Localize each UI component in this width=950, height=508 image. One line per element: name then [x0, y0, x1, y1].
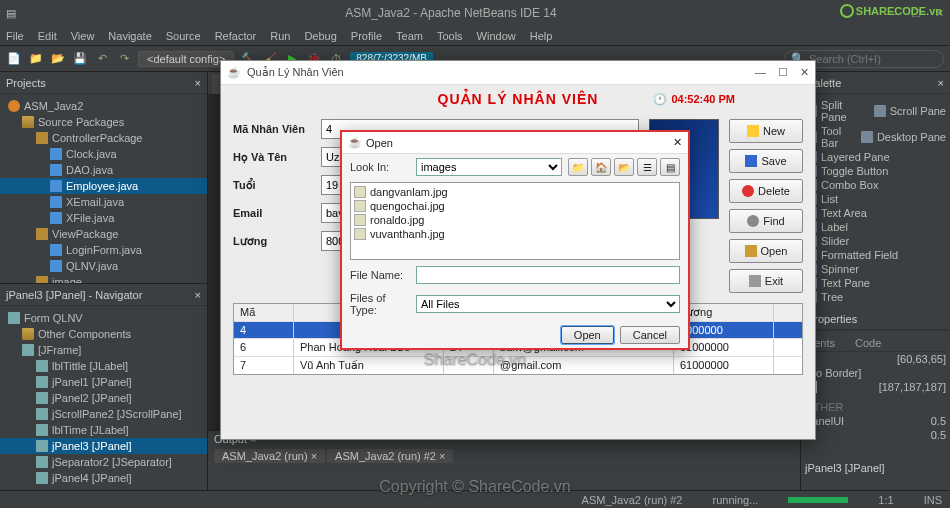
new-project-icon[interactable]: 📁 — [28, 51, 44, 67]
file-chooser: ☕Open ✕ Look In: images 📁 🏠 📂 ☰ ▤ dangva… — [340, 130, 690, 350]
palette-item[interactable]: Tool BarDesktop Pane — [805, 124, 946, 150]
properties-header: Properties — [801, 308, 950, 330]
palette-item[interactable]: Tree — [805, 290, 946, 304]
menu-edit[interactable]: Edit — [38, 30, 57, 42]
menu-refactor[interactable]: Refactor — [215, 30, 257, 42]
jframe-min-icon[interactable]: — — [755, 66, 766, 79]
open-icon[interactable]: 📂 — [50, 51, 66, 67]
lookin-select[interactable]: images — [416, 158, 562, 176]
save-button[interactable]: Save — [729, 149, 803, 173]
java-icon: ☕ — [348, 136, 362, 149]
output-tab-1[interactable]: ASM_Java2 (run) × — [214, 449, 325, 463]
nav-node[interactable]: [JFrame] — [0, 342, 207, 358]
tree-node[interactable]: LoginForm.java — [0, 242, 207, 258]
menu-source[interactable]: Source — [166, 30, 201, 42]
menu-window[interactable]: Window — [477, 30, 516, 42]
palette-item[interactable]: Label — [805, 220, 946, 234]
nav-node[interactable]: jSeparator2 [JSeparator] — [0, 454, 207, 470]
menu-tools[interactable]: Tools — [437, 30, 463, 42]
nav-node[interactable]: jScrollPane2 [JScrollPane] — [0, 406, 207, 422]
menu-help[interactable]: Help — [530, 30, 553, 42]
tree-node[interactable]: ControllerPackage — [0, 130, 207, 146]
tree-node[interactable]: XFile.java — [0, 210, 207, 226]
menu-debug[interactable]: Debug — [304, 30, 336, 42]
up-folder-icon[interactable]: 📁 — [568, 158, 588, 176]
tree-node[interactable]: QLNV.java — [0, 258, 207, 274]
palette-item[interactable]: Layered Pane — [805, 150, 946, 164]
property-row[interactable]: [60,63,65] — [805, 352, 946, 366]
new-button[interactable]: New — [729, 119, 803, 143]
palette-item[interactable]: Combo Box — [805, 178, 946, 192]
nav-node[interactable]: jPanel3 [JPanel] — [0, 438, 207, 454]
navigator-tree[interactable]: Form QLNVOther Components[JFrame]lblTitt… — [0, 306, 207, 490]
output-tab-2[interactable]: ASM_Java2 (run) #2 × — [327, 449, 453, 463]
filename-input[interactable] — [416, 266, 680, 284]
props-tab-code[interactable]: Code — [855, 337, 881, 349]
filetype-select[interactable]: All Files — [416, 295, 680, 313]
file-list[interactable]: dangvanlam.jpgquengochai.jpgronaldo.jpgv… — [350, 182, 680, 260]
detail-view-icon[interactable]: ▤ — [660, 158, 680, 176]
palette-item[interactable]: Split PaneScroll Pane — [805, 98, 946, 124]
property-row[interactable]: [No Border] — [805, 366, 946, 380]
tree-node[interactable]: Source Packages — [0, 114, 207, 130]
menu-profile[interactable]: Profile — [351, 30, 382, 42]
new-folder-icon[interactable]: 📂 — [614, 158, 634, 176]
projects-tree[interactable]: ASM_Java2Source PackagesControllerPackag… — [0, 94, 207, 283]
tree-node[interactable]: XEmail.java — [0, 194, 207, 210]
palette-list[interactable]: Split PaneScroll PaneTool BarDesktop Pan… — [801, 94, 950, 308]
open-button[interactable]: Open — [729, 239, 803, 263]
find-button[interactable]: Find — [729, 209, 803, 233]
nav-node[interactable]: lblTime [JLabel] — [0, 422, 207, 438]
file-item[interactable]: ronaldo.jpg — [353, 213, 677, 227]
palette-item[interactable]: Formatted Field — [805, 248, 946, 262]
tree-node[interactable]: Clock.java — [0, 146, 207, 162]
palette-item[interactable]: Toggle Button — [805, 164, 946, 178]
home-icon[interactable]: 🏠 — [591, 158, 611, 176]
jframe-close-icon[interactable]: ✕ — [800, 66, 809, 79]
table-row[interactable]: 7Vũ Anh Tuấn@gmail.com61000000 — [234, 356, 802, 374]
property-row[interactable]: [187,187,187] — [805, 380, 946, 394]
label-id: Mã Nhân Viên — [233, 123, 313, 135]
tree-node[interactable]: image — [0, 274, 207, 283]
nav-node[interactable]: Form QLNV — [0, 310, 207, 326]
palette-item[interactable]: Spinner — [805, 262, 946, 276]
save-all-icon[interactable]: 💾 — [72, 51, 88, 67]
menu-team[interactable]: Team — [396, 30, 423, 42]
nav-node[interactable]: Other Components — [0, 326, 207, 342]
palette-item[interactable]: List — [805, 192, 946, 206]
tree-node[interactable]: ASM_Java2 — [0, 98, 207, 114]
nav-node[interactable]: jPanel2 [JPanel] — [0, 390, 207, 406]
palette-item[interactable]: Slider — [805, 234, 946, 248]
exit-button[interactable]: Exit — [729, 269, 803, 293]
menu-run[interactable]: Run — [270, 30, 290, 42]
menubar: File Edit View Navigate Source Refactor … — [0, 26, 950, 46]
file-item[interactable]: vuvanthanh.jpg — [353, 227, 677, 241]
file-item[interactable]: quengochai.jpg — [353, 199, 677, 213]
redo-icon[interactable]: ↷ — [116, 51, 132, 67]
delete-button[interactable]: Delete — [729, 179, 803, 203]
file-item[interactable]: dangvanlam.jpg — [353, 185, 677, 199]
palette-item[interactable]: Text Area — [805, 206, 946, 220]
new-file-icon[interactable]: 📄 — [6, 51, 22, 67]
menu-file[interactable]: File — [6, 30, 24, 42]
list-view-icon[interactable]: ☰ — [637, 158, 657, 176]
chooser-close-icon[interactable]: ✕ — [673, 136, 682, 149]
ide-titlebar: ▤ ASM_Java2 - Apache NetBeans IDE 14 — ☐… — [0, 0, 950, 26]
chooser-open-button[interactable]: Open — [561, 326, 614, 344]
label-name: Họ Và Tên — [233, 151, 313, 164]
jframe-max-icon[interactable]: ☐ — [778, 66, 788, 79]
tree-node[interactable]: Employee.java — [0, 178, 207, 194]
th-id[interactable]: Mã — [234, 304, 294, 321]
nav-node[interactable]: jPanel1 [JPanel] — [0, 374, 207, 390]
nav-node[interactable]: jPanel4 [JPanel] — [0, 470, 207, 486]
palette-item[interactable]: Text Pane — [805, 276, 946, 290]
undo-icon[interactable]: ↶ — [94, 51, 110, 67]
window-title: ASM_Java2 - Apache NetBeans IDE 14 — [16, 6, 886, 20]
tree-node[interactable]: ViewPackage — [0, 226, 207, 242]
chooser-cancel-button[interactable]: Cancel — [620, 326, 680, 344]
menu-view[interactable]: View — [71, 30, 95, 42]
navigator-header: jPanel3 [JPanel] - Navigator× — [0, 284, 207, 306]
menu-navigate[interactable]: Navigate — [108, 30, 151, 42]
nav-node[interactable]: lblTittle [JLabel] — [0, 358, 207, 374]
tree-node[interactable]: DAO.java — [0, 162, 207, 178]
